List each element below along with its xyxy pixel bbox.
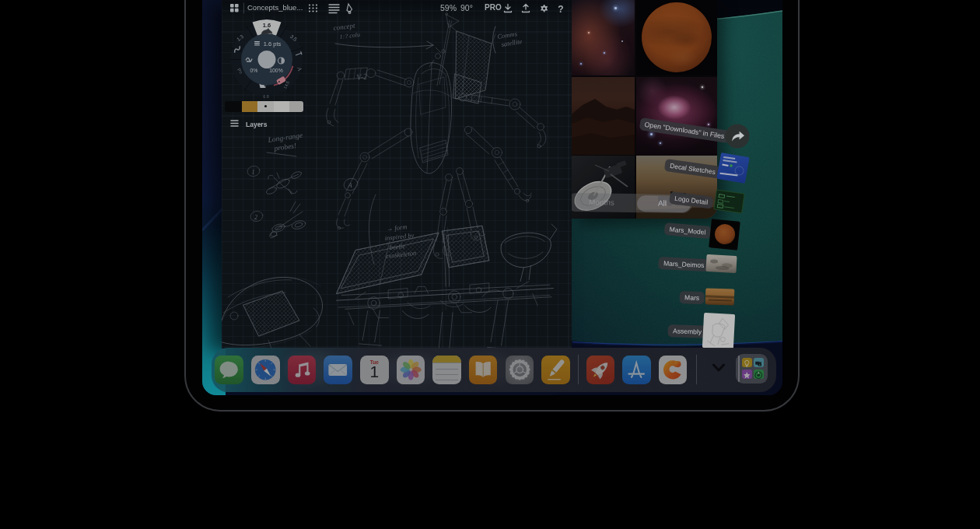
svg-text:0%: 0% [250,68,258,73]
svg-text:?: ? [558,3,563,14]
svg-text:concept: concept [333,22,355,32]
svg-text:→ form: → form [386,222,408,233]
svg-text:Long-range: Long-range [267,131,303,144]
svg-text:2: 2 [254,214,257,221]
svg-text:100%: 100% [269,68,282,73]
svg-text:6 8: 6 8 [263,94,269,99]
svg-text:1.6: 1.6 [263,22,271,29]
svg-text:Layers: Layers [246,121,268,128]
svg-text:1:? colu: 1:? colu [339,31,360,40]
svg-text:probes!: probes! [273,142,297,152]
svg-text:1: 1 [252,169,255,176]
svg-text:1.6 pts: 1.6 pts [264,40,282,47]
svg-text:V-2: V-2 [356,73,367,82]
